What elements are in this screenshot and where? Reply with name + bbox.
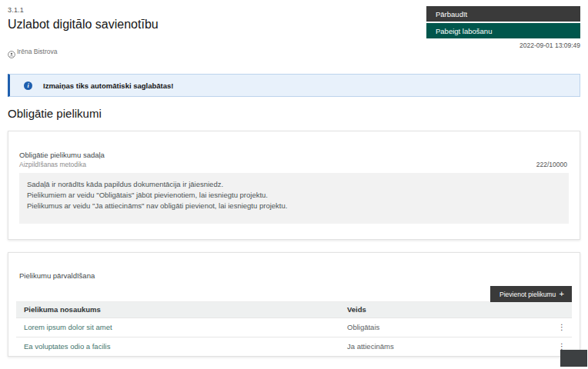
methodology-card: Obligātie pielikumu sadaļa Aizpildīšanas… (8, 131, 580, 240)
notification-message: Izmaiņas tiks automātiski saglabātas! (43, 81, 173, 90)
header-actions-column (544, 302, 572, 317)
header-attachment-name: Pielikuma nosaukums (16, 302, 339, 317)
back-to-top-button[interactable] (560, 350, 587, 367)
table-header-row: Pielikuma nosaukums Veids (16, 302, 572, 317)
header-attachment-type: Veids (339, 302, 544, 317)
breadcrumb-section-number: 3.1.1 (8, 6, 159, 14)
table-row: Lorem ipsum dolor sit amet Obligātais ⋮ (16, 317, 572, 337)
attachment-type: Obligātais (339, 317, 544, 337)
methodology-textarea[interactable]: Sadaļā ir norādīts kāda papildus dokumen… (19, 173, 569, 224)
add-attachment-label: Pievienot pielikumu (499, 291, 556, 298)
plus-icon: + (560, 290, 564, 298)
methodology-field-head: Obligātie pielikumu sadaļa Aizpildīšanas… (19, 151, 569, 168)
user-name: Irēna Bistrova (17, 48, 57, 55)
page-title: Uzlabot digitālo savienotību (8, 18, 159, 32)
check-button[interactable]: Pārbaudīt (426, 6, 580, 22)
header-actions: Pārbaudīt Pabeigt labošanu 2022-09-01 13… (426, 6, 580, 49)
table-row: Ea voluptates odio a facilis Ja attiecin… (16, 337, 572, 356)
methodology-labels: Obligātie pielikumu sadaļa Aizpildīšanas… (19, 151, 105, 168)
user-icon (8, 48, 15, 55)
methodology-sublabel: Aizpildīšanas metodika (19, 161, 105, 168)
page-header: 3.1.1 Uzlabot digitālo savienotību Irēna… (8, 6, 580, 55)
attachments-label: Pielikumu pārvaldīšana (16, 271, 572, 280)
attachment-type: Ja attiecināms (339, 337, 544, 356)
finish-editing-button[interactable]: Pabeigt labošanu (426, 23, 580, 38)
attachments-table: Pielikuma nosaukums Veids Lorem ipsum do… (16, 302, 572, 356)
kebab-menu-icon[interactable]: ⋮ (553, 322, 570, 333)
attachment-link[interactable]: Lorem ipsum dolor sit amet (24, 323, 112, 331)
edit-timestamp: 2022-09-01 13:09:49 (426, 42, 580, 49)
page: 3.1.1 Uzlabot digitālo savienotību Irēna… (0, 0, 588, 357)
add-attachment-button[interactable]: Pievienot pielikumu + (490, 286, 572, 302)
attachment-link[interactable]: Ea voluptates odio a facilis (24, 342, 110, 351)
methodology-label: Obligātie pielikumu sadaļa (19, 151, 105, 159)
attachments-card: Pielikumu pārvaldīšana Pievienot pieliku… (8, 252, 580, 357)
editing-user: Irēna Bistrova (8, 48, 159, 55)
header-left: 3.1.1 Uzlabot digitālo savienotību Irēna… (8, 6, 159, 55)
autosave-notification: i Izmaiņas tiks automātiski saglabātas! (8, 74, 580, 97)
char-counter: 222/10000 (536, 161, 569, 168)
attachments-toolbar: Pievienot pielikumu + (16, 286, 572, 302)
toolbar-spacer (16, 286, 490, 302)
section-heading: Obligātie pielikumi (8, 107, 580, 120)
info-icon: i (24, 81, 32, 90)
